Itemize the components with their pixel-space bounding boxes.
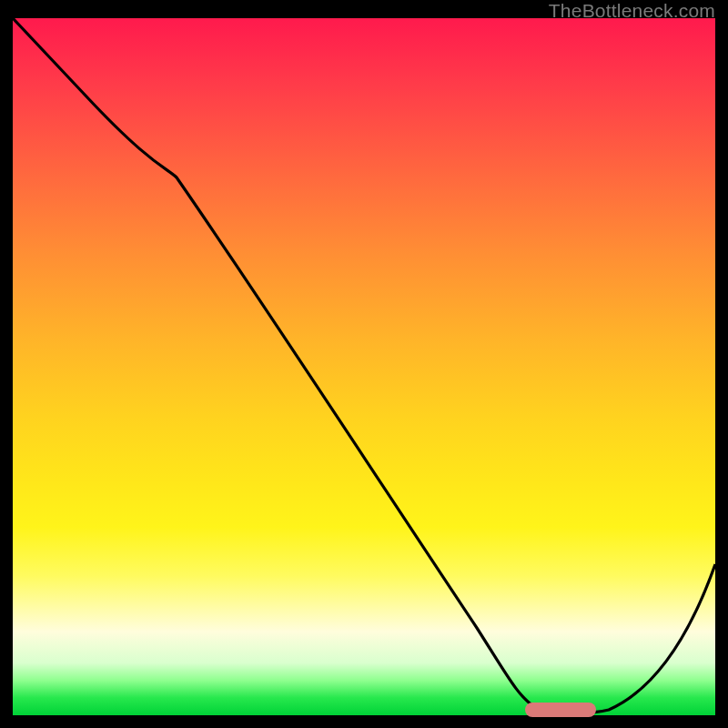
chart-frame xyxy=(13,18,715,715)
watermark-text: TheBottleneck.com xyxy=(549,0,715,22)
optimal-range-marker xyxy=(525,703,596,717)
bottleneck-curve xyxy=(13,18,715,715)
